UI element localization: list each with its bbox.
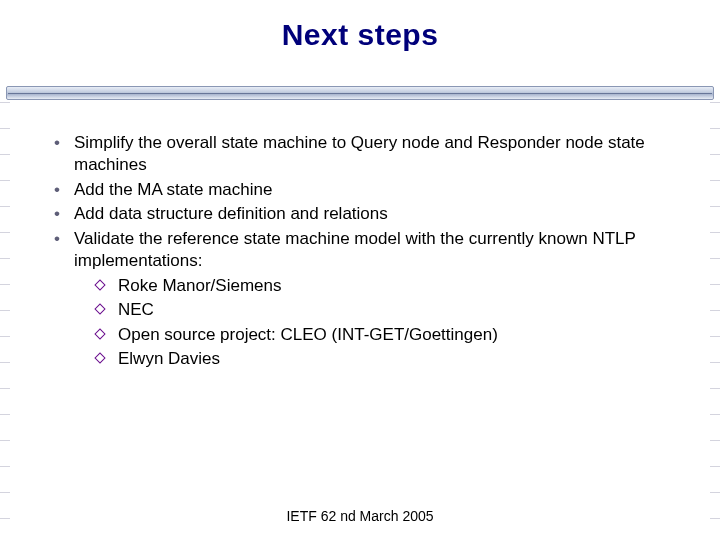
bullet-text: Validate the reference state machine mod… [74,229,636,270]
slide-title: Next steps [0,18,720,52]
sub-bullet-item: Open source project: CLEO (INT-GET/Goett… [74,324,690,346]
diamond-icon [94,279,105,290]
title-area: Next steps [0,0,720,62]
sub-bullet-text: Open source project: CLEO (INT-GET/Goett… [118,325,498,344]
sub-bullet-text: Elwyn Davies [118,349,220,368]
sub-list: Roke Manor/SiemensNECOpen source project… [74,275,690,371]
sub-bullet-text: NEC [118,300,154,319]
right-ticks [692,102,720,540]
bullet-text: Add data structure definition and relati… [74,204,388,223]
left-ticks [0,102,28,540]
bullet-item: Simplify the overall state machine to Qu… [50,132,690,177]
sub-bullet-text: Roke Manor/Siemens [118,276,281,295]
divider-bar [6,86,714,102]
sub-bullet-item: Roke Manor/Siemens [74,275,690,297]
content-area: Simplify the overall state machine to Qu… [50,132,690,372]
diamond-icon [94,328,105,339]
sub-bullet-item: NEC [74,299,690,321]
footer-text: IETF 62 nd March 2005 [0,508,720,524]
sub-bullet-item: Elwyn Davies [74,348,690,370]
bullet-list: Simplify the overall state machine to Qu… [50,132,690,370]
bullet-item: Validate the reference state machine mod… [50,228,690,371]
diamond-icon [94,352,105,363]
bullet-text: Simplify the overall state machine to Qu… [74,133,645,174]
slide: Next steps Simplify the overall state ma… [0,0,720,540]
bullet-item: Add the MA state machine [50,179,690,201]
diamond-icon [94,303,105,314]
bullet-text: Add the MA state machine [74,180,272,199]
bullet-item: Add data structure definition and relati… [50,203,690,225]
